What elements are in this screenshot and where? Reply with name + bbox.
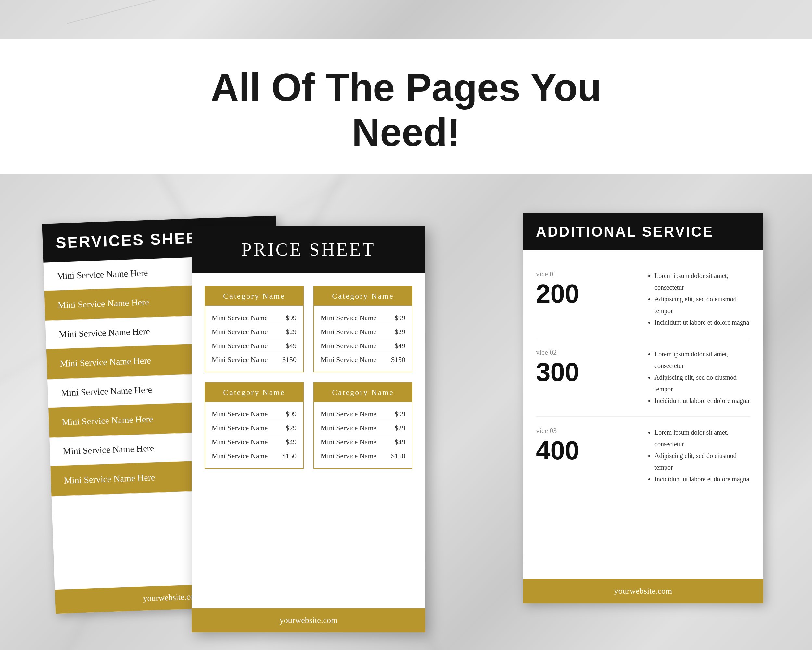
category-item: Mini Service Name $29 xyxy=(212,421,296,435)
item-name: Mini Service Name xyxy=(212,410,268,418)
bullet-item: Incididunt ut labore et dolore magna xyxy=(655,473,750,485)
category-item: Mini Service Name $150 xyxy=(212,353,296,367)
additional-services-list: vice 01 200 Lorem ipsum dolor sit amet, … xyxy=(523,250,763,505)
item-price: $150 xyxy=(391,452,405,460)
category-item: Mini Service Name $99 xyxy=(321,311,405,325)
bullet-item: Lorem ipsum dolor sit amet, consectetur xyxy=(655,270,750,293)
marble-background: SERVICES SHEET Mini Service Name Here $9… xyxy=(0,174,812,650)
item-name: Mini Service Name xyxy=(321,341,377,350)
price-sheet-footer: yourwebsite.com xyxy=(192,609,426,632)
category-item: Mini Service Name $49 xyxy=(321,339,405,353)
service-label: vice 01 xyxy=(536,270,638,278)
category-item: Mini Service Name $99 xyxy=(212,311,296,325)
bullet-item: Lorem ipsum dolor sit amet, consectetur xyxy=(655,427,750,450)
service-label: vice 03 xyxy=(536,427,638,435)
documents-container: SERVICES SHEET Mini Service Name Here $9… xyxy=(49,200,763,649)
additional-service-left: vice 03 400 xyxy=(536,427,638,485)
category-box-2: Category Name Mini Service Name $99 Mini… xyxy=(313,286,412,372)
category-box-3: Category Name Mini Service Name $99 Mini… xyxy=(205,382,304,469)
item-price: $49 xyxy=(286,341,296,350)
category-item: Mini Service Name $29 xyxy=(212,325,296,339)
item-name: Mini Service Name xyxy=(321,410,377,418)
service-label: vice 02 xyxy=(536,348,638,356)
item-price: $99 xyxy=(395,314,405,322)
hero-title: All Of The Pages You Need! xyxy=(0,65,812,155)
bullet-item: Incididunt ut labore et dolore magna xyxy=(655,395,750,407)
category-name: Category Name xyxy=(223,292,285,300)
category-header: Category Name xyxy=(205,383,303,402)
service-name: Mini Service Name Here xyxy=(59,326,150,340)
price-sheet-header: PRICE SHEET xyxy=(192,226,426,273)
bullet-item: Adipiscing elit, sed do eiusmod tempor xyxy=(655,450,750,473)
additional-sheet-footer: yourwebsite.com xyxy=(523,579,763,603)
item-name: Mini Service Name xyxy=(321,438,377,446)
bullet-item: Incididunt ut labore et dolore magna xyxy=(655,317,750,328)
service-price-large: 400 xyxy=(536,437,638,463)
item-price: $99 xyxy=(395,410,405,418)
service-name: Mini Service Name Here xyxy=(56,268,148,281)
item-price: $29 xyxy=(395,424,405,432)
category-item: Mini Service Name $150 xyxy=(212,449,296,463)
item-name: Mini Service Name xyxy=(212,314,268,322)
bullet-item: Adipiscing elit, sed do eiusmod tempor xyxy=(655,372,750,395)
category-item: Mini Service Name $29 xyxy=(321,421,405,435)
item-name: Mini Service Name xyxy=(212,341,268,350)
additional-sheet-header: ADDITIONAL SERVICE xyxy=(523,213,763,250)
category-header: Category Name xyxy=(205,287,303,306)
bullet-item: Lorem ipsum dolor sit amet, consectetur xyxy=(655,348,750,372)
item-name: Mini Service Name xyxy=(321,314,377,322)
category-item: Mini Service Name $99 xyxy=(321,407,405,421)
additional-service-item: vice 02 300 Lorem ipsum dolor sit amet, … xyxy=(536,338,750,417)
additional-service-right: Lorem ipsum dolor sit amet, consectetur … xyxy=(648,427,750,485)
category-header: Category Name xyxy=(314,383,412,402)
category-item: Mini Service Name $150 xyxy=(321,353,405,367)
hero-section: All Of The Pages You Need! xyxy=(0,39,812,174)
item-price: $150 xyxy=(282,452,296,460)
category-box-4: Category Name Mini Service Name $99 Mini… xyxy=(313,382,412,469)
item-price: $150 xyxy=(391,356,405,364)
service-name: Mini Service Name Here xyxy=(58,297,149,311)
service-name: Mini Service Name Here xyxy=(63,443,154,457)
item-price: $29 xyxy=(286,327,296,336)
item-name: Mini Service Name xyxy=(212,356,268,364)
service-price-large: 200 xyxy=(536,281,638,307)
category-item: Mini Service Name $99 xyxy=(212,407,296,421)
item-name: Mini Service Name xyxy=(321,327,377,336)
category-name: Category Name xyxy=(223,388,285,396)
category-item: Mini Service Name $49 xyxy=(212,339,296,353)
additional-service-left: vice 01 200 xyxy=(536,270,638,328)
additional-sheet-document: ADDITIONAL SERVICE vice 01 200 Lorem ips… xyxy=(523,213,763,603)
category-name: Category Name xyxy=(332,388,394,396)
item-price: $29 xyxy=(286,424,296,432)
additional-service-left: vice 02 300 xyxy=(536,348,638,407)
item-name: Mini Service Name xyxy=(212,452,268,460)
additional-service-item: vice 01 200 Lorem ipsum dolor sit amet, … xyxy=(536,260,750,338)
item-price: $99 xyxy=(286,410,296,418)
item-price: $150 xyxy=(282,356,296,364)
category-item: Mini Service Name $49 xyxy=(212,435,296,449)
item-name: Mini Service Name xyxy=(212,327,268,336)
service-name: Mini Service Name Here xyxy=(61,384,152,398)
service-price-large: 300 xyxy=(536,359,638,385)
item-name: Mini Service Name xyxy=(321,424,377,432)
top-marble-band xyxy=(0,0,812,39)
item-price: $49 xyxy=(395,438,405,446)
additional-service-right: Lorem ipsum dolor sit amet, consectetur … xyxy=(648,270,750,328)
category-items: Mini Service Name $99 Mini Service Name … xyxy=(205,306,303,372)
item-name: Mini Service Name xyxy=(321,356,377,364)
category-item: Mini Service Name $49 xyxy=(321,435,405,449)
price-sheet-title: PRICE SHEET xyxy=(205,239,412,260)
service-name: Mini Service Name Here xyxy=(62,414,153,427)
item-price: $29 xyxy=(395,327,405,336)
category-header: Category Name xyxy=(314,287,412,306)
category-items: Mini Service Name $99 Mini Service Name … xyxy=(314,306,412,372)
item-price: $99 xyxy=(286,314,296,322)
item-name: Mini Service Name xyxy=(212,438,268,446)
bullet-item: Adipiscing elit, sed do eiusmod tempor xyxy=(655,293,750,317)
additional-service-item: vice 03 400 Lorem ipsum dolor sit amet, … xyxy=(536,417,750,495)
category-box-1: Category Name Mini Service Name $99 Mini… xyxy=(205,286,304,372)
item-price: $49 xyxy=(395,341,405,350)
category-items: Mini Service Name $99 Mini Service Name … xyxy=(314,402,412,468)
service-name: Mini Service Name Here xyxy=(64,472,155,486)
price-sheet-document: PRICE SHEET Category Name Mini Service N… xyxy=(192,226,426,632)
